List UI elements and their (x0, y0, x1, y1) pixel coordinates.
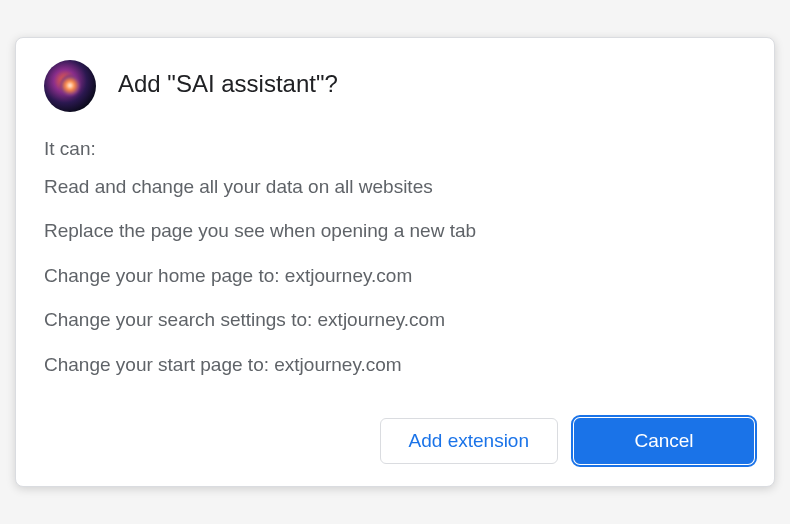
permission-item: Change your home page to: extjourney.com (44, 263, 746, 290)
dialog-title: Add "SAI assistant"? (118, 70, 338, 98)
permission-item: Replace the page you see when opening a … (44, 218, 746, 245)
extension-icon (44, 60, 96, 112)
permissions-intro: It can: (44, 138, 746, 160)
permission-item: Read and change all your data on all web… (44, 174, 746, 201)
permission-item: Change your search settings to: extjourn… (44, 307, 746, 334)
add-extension-button[interactable]: Add extension (380, 418, 558, 464)
dialog-footer: Add extension Cancel (16, 408, 774, 486)
permission-item: Change your start page to: extjourney.co… (44, 352, 746, 379)
cancel-button[interactable]: Cancel (574, 418, 754, 464)
dialog-header: Add "SAI assistant"? (16, 38, 774, 130)
extension-install-dialog: Add "SAI assistant"? It can: Read and ch… (15, 37, 775, 488)
dialog-body: It can: Read and change all your data on… (16, 130, 774, 409)
